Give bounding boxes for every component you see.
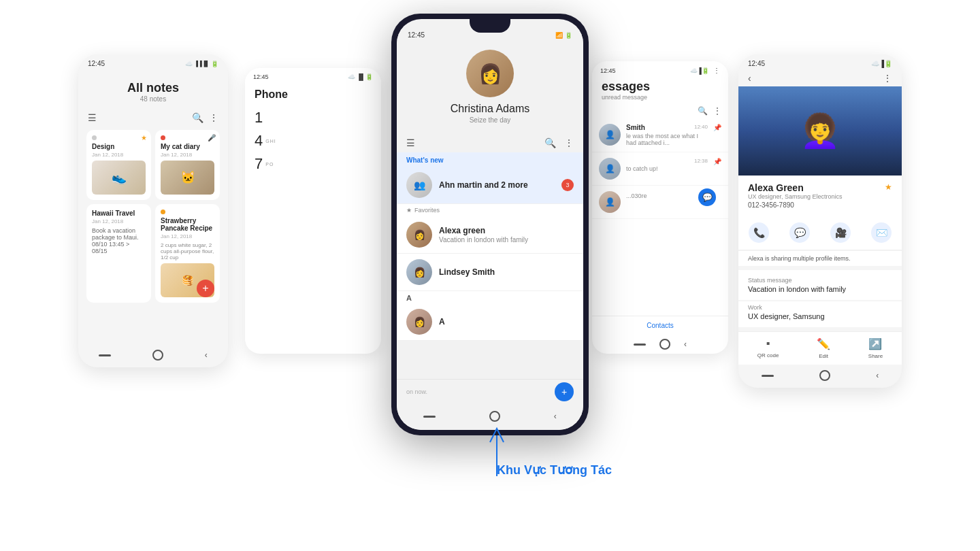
add-note-fab[interactable]: +: [197, 280, 214, 297]
msg2-text: to catch up!: [626, 165, 708, 172]
mid-right-more[interactable]: ⋮: [713, 67, 720, 74]
msg-nav-home[interactable]: [659, 339, 670, 350]
search-icon[interactable]: 🔍: [192, 112, 203, 123]
msg-nav-lines[interactable]: [634, 344, 646, 346]
right-status-bar: 12:45 ☁️▐🔋: [738, 54, 902, 70]
chat-item-a[interactable]: 👩 A: [397, 303, 583, 341]
msg2-time: 12:38: [694, 158, 708, 164]
group-avatar: 👥: [406, 172, 432, 198]
video-icon: 🎥: [830, 222, 851, 243]
phone-mid-left-dialer: 12:45 ☁️ ▐▌🔋 Phone 1 4 GHI 7 PO: [245, 68, 381, 354]
main-menu-icon[interactable]: ☰: [406, 137, 415, 148]
alexa-photo: 👩‍🦱: [738, 86, 902, 176]
chat-item-lindsey[interactable]: 👩 Lindsey Smith: [397, 254, 583, 291]
contact-header: 👩 Christina Adams Seize the day: [397, 41, 583, 133]
send-placeholder: on now.: [406, 388, 427, 395]
note-design[interactable]: Design Jan 12, 2018 ★ 👟: [86, 130, 151, 200]
qr-action[interactable]: ▪️ QR code: [757, 337, 779, 359]
pin-icon: 📌: [713, 124, 721, 131]
msg-item-2[interactable]: 👤 12:38 to catch up! 📌: [592, 152, 728, 186]
contacts-label: Contacts: [647, 322, 673, 329]
msg-nav-back[interactable]: ‹: [684, 339, 687, 349]
pin2-icon: 📌: [713, 158, 721, 165]
chat-bubble-icon[interactable]: 💬: [698, 188, 716, 206]
note-hawaii-body: Book a vacation package to Maui.08/10 13…: [92, 227, 146, 254]
msg2-avatar: 👤: [599, 158, 621, 180]
notes-title: All notes: [86, 81, 220, 95]
note-cat-diary[interactable]: My cat diary Jan 12, 2018 🎤 🐱: [155, 130, 220, 200]
nav-lines-icon[interactable]: [99, 354, 111, 356]
alexa-name: Alexa green: [439, 226, 574, 235]
smith-time: 12:40: [694, 124, 708, 131]
work-value: UX designer, Samsung: [748, 312, 892, 320]
chat-item-alexa[interactable]: 👩 Alexa green Vacation in london with fa…: [397, 216, 583, 254]
alexa-sub: Vacation in london with family: [439, 236, 574, 244]
msg-item-3[interactable]: 👤 ...030re 💬: [592, 186, 728, 219]
nav-home-icon[interactable]: [152, 350, 163, 361]
mid-right-time: 12:45: [600, 67, 616, 74]
phone-main: 12:45 📶 🔋 👩 Christina Adams Seize the da…: [391, 14, 589, 435]
dialpad-1[interactable]: 1: [255, 109, 372, 127]
right-bottom-nav: ‹: [738, 365, 902, 388]
video-action[interactable]: 🎥: [830, 222, 851, 243]
right-nav-lines[interactable]: [762, 375, 774, 377]
email-action[interactable]: ✉️: [871, 222, 892, 243]
main-nav-lines[interactable]: [423, 416, 436, 418]
work-section: Work UX designer, Samsung: [738, 301, 902, 327]
contact-detail-name: Alexa Green: [748, 182, 892, 193]
contact-detail-role: UX designer, Samsung Electronics: [748, 193, 892, 200]
messages-toolbar: 🔍 ⋮: [592, 106, 728, 118]
messages-title: essages: [602, 80, 719, 94]
whats-new-label: What's new: [397, 152, 583, 167]
messages-header: essages unread message: [592, 77, 728, 106]
shoes-img: 👟: [92, 161, 146, 195]
sharing-text: Alexa is sharing multiple profile items.: [748, 255, 851, 262]
note-design-title: Design: [92, 143, 146, 150]
nav-back-icon[interactable]: ‹: [205, 350, 208, 360]
detail-more-icon[interactable]: ⋮: [883, 73, 892, 84]
send-fab[interactable]: +: [555, 382, 574, 401]
contacts-bottom[interactable]: Contacts: [592, 316, 728, 335]
back-icon[interactable]: ‹: [748, 73, 751, 84]
more-icon[interactable]: ⋮: [209, 112, 218, 123]
left-screen: All notes 48 notes ☰ 🔍 ⋮ Design Jan 12, …: [78, 70, 228, 344]
contact-actions: 📞 💬 🎥 ✉️: [738, 216, 902, 250]
lindsey-avatar: 👩: [406, 259, 432, 285]
contact-avatar: 👩: [466, 50, 514, 97]
phone-left-notes: 12:45 ☁️ ▐▐▐▌ 🔋 All notes 48 notes ☰ 🔍 ⋮: [78, 54, 228, 367]
send-bar: on now. +: [397, 379, 583, 405]
contact-detail-phone: 012-3456-7890: [748, 201, 892, 209]
a-avatar: 👩: [406, 309, 432, 335]
dialpad-7[interactable]: 7 PO: [255, 155, 372, 173]
mid-right-status-bar: 12:45 ☁️▐🔋 ⋮: [592, 61, 728, 77]
msg-search-icon[interactable]: 🔍: [698, 106, 708, 116]
chat-item-group[interactable]: 👥 Ahn martin and 2 more 3: [397, 167, 583, 204]
msg3-text: ...030re: [626, 193, 693, 199]
main-nav-home[interactable]: [489, 411, 500, 422]
note-pancake[interactable]: Strawberry Pancake Recipe Jan 12, 2018 2…: [155, 204, 220, 303]
edit-action[interactable]: ✏️ Edit: [817, 337, 830, 359]
star-icon: ★: [141, 134, 147, 141]
fav-star-icon[interactable]: ★: [885, 182, 892, 192]
mic-icon: 🎤: [208, 134, 216, 141]
share-action[interactable]: ↗️ Share: [868, 337, 883, 359]
right-nav-back[interactable]: ‹: [876, 371, 879, 380]
message-action[interactable]: 💬: [789, 222, 810, 243]
status-value: Vacation in london with family: [748, 285, 892, 293]
msg-item-smith[interactable]: 👤 Smith 12:40 le was the most ace what I…: [592, 118, 728, 152]
edit-label: Edit: [819, 353, 828, 359]
email-icon: ✉️: [871, 222, 892, 243]
right-nav-home[interactable]: [819, 370, 830, 381]
note-pancake-title: Strawberry Pancake Recipe: [161, 217, 214, 232]
note-hawaii[interactable]: Hawaii Travel Jan 12, 2018 Book a vacati…: [86, 204, 151, 303]
main-more-icon[interactable]: ⋮: [564, 137, 574, 148]
contact-sharing: Alexa is sharing multiple profile items.: [738, 250, 902, 266]
group-chat-name: Ahn martin and 2 more: [439, 180, 555, 190]
msg-more-icon[interactable]: ⋮: [713, 106, 721, 116]
share-label: Share: [868, 353, 883, 359]
hamburger-icon[interactable]: ☰: [88, 112, 97, 123]
call-action[interactable]: 📞: [749, 222, 769, 243]
main-search-icon[interactable]: 🔍: [544, 137, 556, 148]
dialpad-4[interactable]: 4 GHI: [255, 132, 372, 150]
main-nav-back[interactable]: ‹: [554, 412, 557, 421]
